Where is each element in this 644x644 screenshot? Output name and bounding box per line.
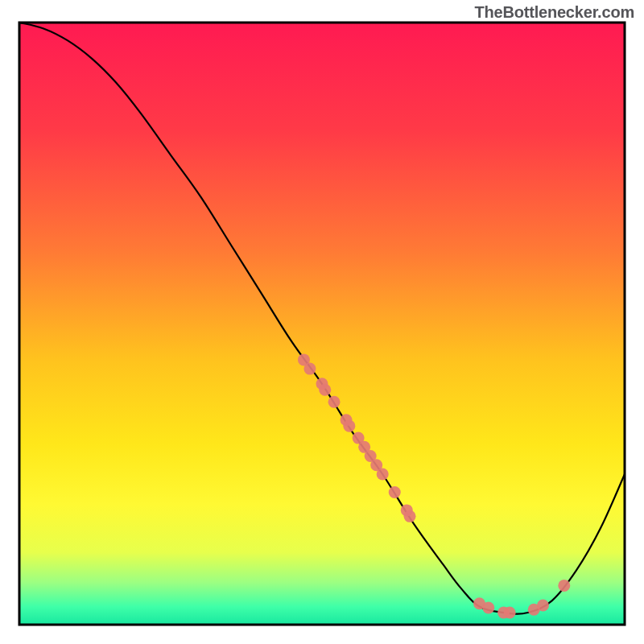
data-marker <box>389 486 401 498</box>
gradient-background <box>19 23 625 625</box>
data-marker <box>343 420 355 432</box>
data-marker <box>537 600 549 612</box>
data-marker <box>404 510 416 522</box>
data-marker <box>303 363 316 375</box>
data-marker <box>377 469 389 481</box>
data-marker <box>504 607 516 619</box>
chart-container: TheBottlenecker.com <box>0 0 644 644</box>
data-marker <box>328 396 341 408</box>
data-marker <box>482 602 494 614</box>
data-marker <box>558 580 570 592</box>
data-marker <box>319 384 331 396</box>
bottleneck-chart <box>0 0 644 644</box>
